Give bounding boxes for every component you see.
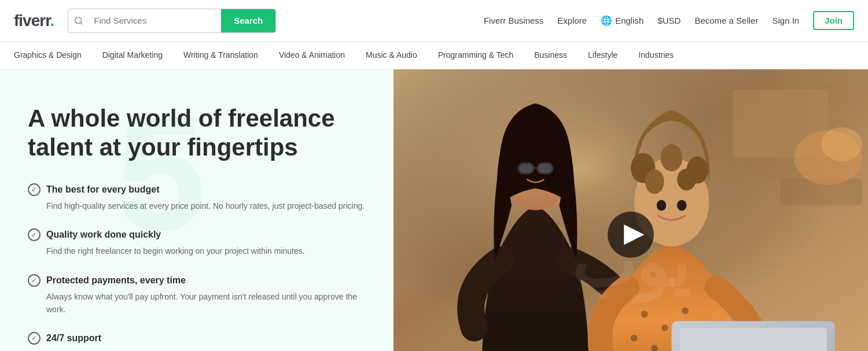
svg-rect-35 xyxy=(680,328,827,351)
language-selector[interactable]: 🌐 English xyxy=(601,15,643,26)
svg-rect-13 xyxy=(538,163,553,173)
feature-payments-desc: Always know what you'll pay upfront. You… xyxy=(28,290,366,316)
cat-nav-business[interactable]: Business xyxy=(524,42,578,69)
logo[interactable]: fiverr. xyxy=(14,12,54,30)
svg-rect-12 xyxy=(518,163,534,173)
feature-payments-heading: ✓ Protected payments, every time xyxy=(28,274,366,287)
hero-left: A whole world of freelance talent at you… xyxy=(0,69,393,351)
currency-selector[interactable]: $USD xyxy=(657,16,681,25)
feature-budget-heading: ✓ The best for every budget xyxy=(28,183,366,196)
svg-point-17 xyxy=(661,324,668,331)
check-icon-budget: ✓ xyxy=(28,183,41,196)
logo-text: fiverr xyxy=(14,12,50,29)
svg-point-25 xyxy=(661,144,683,171)
header: fiverr. Search Fiverr Business Explore 🌐… xyxy=(0,0,868,42)
feature-quality: ✓ Quality work done quickly Find the rig… xyxy=(28,228,366,257)
check-icon-quality: ✓ xyxy=(28,228,41,241)
search-bar: Search xyxy=(68,9,276,33)
svg-point-29 xyxy=(657,200,666,211)
feature-support-heading: ✓ 24/7 support xyxy=(28,332,366,345)
feature-quality-heading: ✓ Quality work done quickly xyxy=(28,228,366,241)
cat-nav-programming-tech[interactable]: Programming & Tech xyxy=(428,42,524,69)
svg-point-8 xyxy=(821,127,862,161)
feature-payments: ✓ Protected payments, every time Always … xyxy=(28,274,366,316)
feature-support-desc: Questions? Our round-the-clock support t… xyxy=(28,348,366,351)
sign-in-link[interactable]: Sign In xyxy=(772,16,799,25)
svg-point-28 xyxy=(677,169,696,191)
feature-quality-title: Quality work done quickly xyxy=(46,230,161,240)
cat-nav-industries[interactable]: Industries xyxy=(628,42,684,69)
svg-point-18 xyxy=(682,308,689,315)
globe-icon: 🌐 xyxy=(601,15,612,26)
cat-nav-lifestyle[interactable]: Lifestyle xyxy=(578,42,628,69)
fiverr-business-link[interactable]: Fiverr Business xyxy=(484,16,543,25)
svg-point-21 xyxy=(631,335,638,342)
check-icon-support: ✓ xyxy=(28,332,41,345)
logo-dot: . xyxy=(50,12,54,29)
header-nav: Fiverr Business Explore 🌐 English $USD B… xyxy=(484,11,854,30)
cat-nav-writing-translation[interactable]: Writing & Translation xyxy=(173,42,269,69)
hero-image: P+CO يوب xyxy=(393,69,868,351)
feature-payments-title: Protected payments, every time xyxy=(46,275,186,286)
cat-nav-video-animation[interactable]: Video & Animation xyxy=(269,42,355,69)
hero-section: 5 A whole world of freelance talent at y… xyxy=(0,69,868,351)
svg-point-16 xyxy=(641,311,648,317)
feature-budget: ✓ The best for every budget Find high-qu… xyxy=(28,183,366,212)
hero-title: A whole world of freelance talent at you… xyxy=(28,104,366,162)
search-icon xyxy=(68,16,89,25)
search-button[interactable]: Search xyxy=(221,9,275,32)
join-button[interactable]: Join xyxy=(813,11,854,30)
svg-point-30 xyxy=(677,200,686,211)
feature-budget-title: The best for every budget xyxy=(46,184,160,195)
svg-line-1 xyxy=(80,23,82,24)
hero-right: P+CO يوب xyxy=(393,69,868,351)
svg-point-27 xyxy=(645,169,664,194)
feature-support: ✓ 24/7 support Questions? Our round-the-… xyxy=(28,332,366,351)
cat-nav-digital-marketing[interactable]: Digital Marketing xyxy=(92,42,173,69)
check-icon-payments: ✓ xyxy=(28,274,41,287)
cat-nav-graphics-design[interactable]: Graphics & Design xyxy=(14,42,92,69)
cat-nav-music-audio[interactable]: Music & Audio xyxy=(355,42,428,69)
become-seller-link[interactable]: Become a Seller xyxy=(694,16,758,25)
language-label: English xyxy=(615,16,643,25)
explore-link[interactable]: Explore xyxy=(557,16,587,25)
feature-budget-desc: Find high-quality services at every pric… xyxy=(28,199,366,212)
category-nav: Graphics & Design Digital Marketing Writ… xyxy=(0,42,868,69)
search-input[interactable] xyxy=(89,9,221,32)
feature-support-title: 24/7 support xyxy=(46,333,101,343)
feature-quality-desc: Find the right freelancer to begin worki… xyxy=(28,245,366,257)
